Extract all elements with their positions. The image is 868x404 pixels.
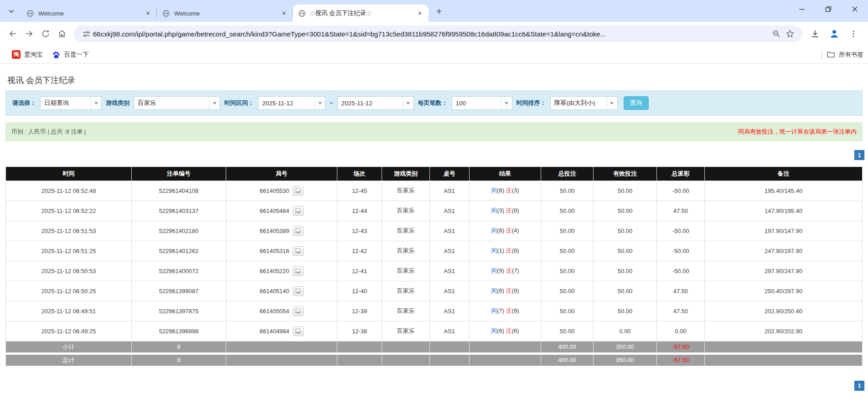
result-banker: 庄 <box>506 207 512 214</box>
cell-total-bet-link[interactable]: 50.00 <box>541 301 594 321</box>
profile-button[interactable] <box>826 26 842 42</box>
date-to-select[interactable]: 2025-11-12 <box>337 96 414 110</box>
cell-total-bet-link[interactable]: 50.00 <box>541 221 594 241</box>
cell-session: 12-38 <box>337 321 382 341</box>
window-close-button[interactable] <box>842 0 868 18</box>
cell-round-number: 661404984 <box>226 321 337 341</box>
restore-icon <box>825 6 832 12</box>
round-image-button[interactable] <box>293 186 304 196</box>
cell-table-number: AS1 <box>430 221 469 241</box>
picture-icon <box>295 208 301 213</box>
downloads-button[interactable] <box>807 26 823 42</box>
site-info-button[interactable] <box>79 27 93 41</box>
tab-title: Welcome <box>38 10 144 17</box>
reload-button[interactable] <box>37 26 54 42</box>
cell-time: 2025-11-12 06:51:53 <box>6 221 132 241</box>
browser-tab[interactable]: Welcome× <box>157 5 293 22</box>
cell-total-bet-link[interactable]: 50.00 <box>541 321 594 341</box>
table-row: 2025-11-12 06:51:25522961401262661405316… <box>6 241 863 261</box>
cell-result: 闲(6) 庄(6) <box>469 321 541 341</box>
back-button[interactable] <box>5 26 21 42</box>
round-image-button[interactable] <box>293 206 304 216</box>
menu-button[interactable] <box>845 26 862 42</box>
cell-total-bet-link[interactable]: 50.00 <box>541 261 594 281</box>
home-button[interactable] <box>54 26 70 42</box>
footer-count: 8 <box>132 341 226 353</box>
date-from-select[interactable]: 2025-11-12 <box>258 96 326 110</box>
footer-total-bet: 400.00 <box>541 353 594 366</box>
bookmarks-bar: 淘 爱淘宝 百度一下 所有书签 <box>0 46 868 64</box>
zoom-level-button[interactable] <box>770 27 783 41</box>
result-banker: 庄 <box>506 307 512 314</box>
bookmark-star-button[interactable] <box>783 27 797 41</box>
chevron-down-icon[interactable] <box>314 97 325 109</box>
result-player: 闲 <box>491 227 497 234</box>
cell-total-bet-link[interactable]: 50.00 <box>541 181 594 201</box>
browser-tab[interactable]: Welcome× <box>21 5 157 22</box>
cell-game-type: 百家乐 <box>382 281 429 301</box>
filter-label-sort-order: 时间排序： <box>517 99 546 107</box>
toolbar-right <box>807 26 862 42</box>
tab-close-button[interactable]: × <box>280 9 288 17</box>
picture-icon <box>295 328 301 334</box>
tab-close-button[interactable]: × <box>144 9 152 17</box>
cell-round-number: 661405220 <box>226 261 337 281</box>
cell-result: 闲(9) 庄(7) <box>469 261 541 281</box>
pagination-top: 1 <box>4 150 864 160</box>
chevron-down-icon[interactable] <box>606 97 617 109</box>
footer-total-bet: 400.00 <box>541 341 594 353</box>
table-header: 时间注单编号局号场次游戏类别桌号结果总投注有效投注总派彩备注 <box>6 167 863 181</box>
window-controls <box>789 0 868 18</box>
new-tab-button[interactable]: + <box>432 5 446 18</box>
cell-round-number: 661405530 <box>226 181 337 201</box>
round-image-button[interactable] <box>293 266 304 276</box>
chevron-down-icon[interactable] <box>209 97 220 109</box>
window-minimize-button[interactable] <box>789 0 815 18</box>
round-image-button[interactable] <box>293 246 304 256</box>
cell-total-bet-link[interactable]: 50.00 <box>541 241 594 261</box>
cell-bet-number: 522961403137 <box>132 201 226 221</box>
round-number: 661405389 <box>259 228 289 234</box>
round-image-button[interactable] <box>293 306 304 316</box>
per-page-select[interactable]: 100 <box>452 96 512 110</box>
browser-tab[interactable]: :::视讯 会员下注纪录:::× <box>293 5 429 22</box>
cell-session: 12-39 <box>337 301 382 321</box>
tab-title: :::视讯 会员下注纪录::: <box>310 9 416 17</box>
chevron-down-icon[interactable] <box>403 97 413 109</box>
chevron-down-icon[interactable] <box>90 97 101 109</box>
footer-label: 总计 <box>6 353 132 366</box>
cell-bet-number: 522961401262 <box>132 241 226 261</box>
url-text[interactable]: 66cxkj98.com/ipl/portal.php/game/betreco… <box>93 30 770 38</box>
round-image-button[interactable] <box>293 286 304 296</box>
forward-button[interactable] <box>21 26 37 42</box>
cell-session: 12-42 <box>337 241 382 261</box>
cell-table-number: AS1 <box>430 321 469 341</box>
cell-total-bet-link[interactable]: 50.00 <box>541 281 594 301</box>
page-number-button[interactable]: 1 <box>854 150 864 160</box>
sort-order-select[interactable]: 降幂(由大到小) <box>550 96 618 110</box>
column-header: 桌号 <box>430 167 469 181</box>
cell-result: 闲(8) 庄(9) <box>469 281 541 301</box>
query-type-select[interactable]: 日期查询 <box>40 96 102 110</box>
cell-time: 2025-11-12 06:49:51 <box>6 301 132 321</box>
cell-payout: -50.00 <box>656 261 704 281</box>
round-image-button[interactable] <box>293 226 304 236</box>
game-type-select[interactable]: 百家乐 <box>134 96 220 110</box>
bookmark-taobao[interactable]: 淘 爱淘宝 <box>7 48 47 61</box>
table-row: 2025-11-12 06:50:53522961400072661405220… <box>6 261 863 281</box>
all-bookmarks-button[interactable]: 所有书签 <box>827 50 863 59</box>
search-button[interactable]: 查询 <box>624 96 649 110</box>
picture-icon <box>295 228 301 233</box>
page-number-button[interactable]: 1 <box>854 381 864 391</box>
window-restore-button[interactable] <box>815 0 842 18</box>
cell-time: 2025-11-12 06:50:25 <box>6 281 132 301</box>
tab-search-button[interactable] <box>4 3 19 19</box>
round-number: 661405530 <box>259 187 289 194</box>
cell-total-bet-link[interactable]: 50.00 <box>541 201 594 221</box>
round-image-button[interactable] <box>293 326 304 336</box>
cell-remark: 297.90/247.90 <box>705 261 863 281</box>
address-bar[interactable]: 66cxkj98.com/ipl/portal.php/game/betreco… <box>74 26 802 42</box>
bookmark-baidu[interactable]: 百度一下 <box>47 48 93 61</box>
chevron-down-icon[interactable] <box>501 97 512 109</box>
tab-close-button[interactable]: × <box>416 9 424 17</box>
